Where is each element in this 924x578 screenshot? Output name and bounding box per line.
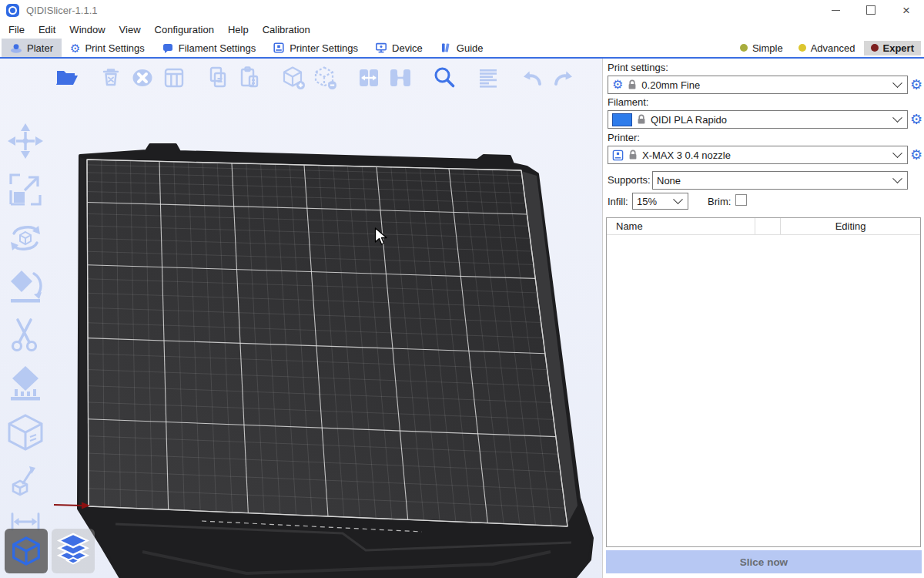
infill-value: 15% (637, 196, 670, 207)
split-to-objects-icon[interactable] (356, 65, 382, 91)
brim-checkbox[interactable] (735, 194, 747, 206)
add-instance-icon[interactable] (280, 65, 306, 91)
expert-dot-icon (871, 44, 879, 52)
object-list-table[interactable]: Name Editing (606, 217, 921, 547)
lock-icon (628, 150, 638, 160)
rotate-icon[interactable] (4, 217, 47, 259)
minimize-icon (832, 10, 840, 11)
delete-icon[interactable] (98, 65, 124, 91)
mouse-cursor (374, 227, 388, 246)
printer-value: X-MAX 3 0.4 nozzle (642, 150, 889, 161)
menu-view[interactable]: View (112, 24, 148, 35)
mode-expert[interactable]: Expert (864, 41, 921, 55)
mode-simple[interactable]: Simple (733, 41, 790, 55)
filament-value: QIDI PLA Rapido (651, 114, 889, 126)
tab-plater[interactable]: Plater (2, 39, 62, 57)
filament-label: Filament: (608, 96, 648, 108)
tab-print-settings[interactable]: ⚙ Print Settings (62, 39, 153, 57)
delete-all-icon[interactable] (129, 65, 156, 91)
object-manipulation-toolbar (4, 120, 47, 535)
title-bar: QIDISlicer-1.1.1 × (0, 0, 924, 20)
device-icon (375, 42, 387, 54)
menu-calibration[interactable]: Calibration (256, 24, 317, 35)
undo-icon[interactable] (519, 65, 545, 91)
move-icon[interactable] (4, 120, 47, 162)
print-settings-gear-button[interactable]: ⚙ (910, 78, 922, 92)
3d-viewport[interactable] (0, 59, 603, 578)
tab-print-settings-label: Print Settings (85, 42, 144, 54)
menu-configuration[interactable]: Configuration (148, 24, 221, 35)
infill-combo[interactable]: 15% (632, 193, 688, 210)
column-name: Name (607, 218, 755, 234)
redo-icon[interactable] (551, 65, 577, 91)
cut-icon[interactable] (4, 314, 47, 356)
split-to-parts-icon[interactable] (387, 65, 413, 91)
infill-label: Infill: (608, 196, 628, 207)
filament-color-swatch (612, 113, 632, 126)
chevron-down-icon (673, 194, 683, 204)
settings-panel: Print settings: ⚙ 0.20mm Fine ⚙ Filament… (603, 59, 923, 578)
open-icon[interactable] (54, 65, 80, 91)
column-extruder (755, 218, 781, 234)
scale-icon[interactable] (4, 169, 47, 210)
tab-plater-label: Plater (27, 42, 53, 54)
menu-window[interactable]: Window (62, 24, 112, 35)
place-on-face-icon[interactable] (4, 266, 47, 307)
svg-icon[interactable] (4, 460, 47, 502)
remove-instance-icon[interactable] (312, 65, 338, 91)
chevron-down-icon (892, 148, 902, 158)
menu-help[interactable]: Help (221, 24, 256, 35)
printer-combo[interactable]: X-MAX 3 0.4 nozzle (608, 146, 908, 164)
guide-icon (440, 42, 452, 54)
advanced-dot-icon (798, 44, 806, 52)
filament-combo[interactable]: QIDI PLA Rapido (608, 110, 908, 129)
emboss-text-icon[interactable] (4, 412, 47, 453)
lock-icon (628, 79, 637, 90)
column-editing: Editing (781, 220, 920, 232)
minimize-button[interactable] (818, 0, 853, 20)
app-logo-icon (6, 4, 19, 17)
chevron-down-icon (892, 173, 902, 183)
paint-supports-icon[interactable] (4, 363, 47, 405)
print-bed (0, 59, 603, 578)
printer-icon (273, 42, 285, 54)
mode-advanced-label: Advanced (811, 42, 855, 54)
tab-device[interactable]: Device (367, 39, 431, 57)
tab-printer-settings[interactable]: Printer Settings (264, 39, 367, 57)
editor-3d-view-icon (9, 534, 43, 568)
filament-gear-button[interactable]: ⚙ (910, 113, 922, 126)
mode-simple-label: Simple (752, 42, 783, 54)
slice-now-label: Slice now (740, 556, 788, 568)
view-mode-toggles (5, 529, 95, 573)
tab-guide[interactable]: Guide (431, 39, 492, 57)
window-title: QIDISlicer-1.1.1 (26, 5, 97, 16)
search-icon[interactable] (431, 65, 457, 91)
preview-icon (53, 531, 93, 571)
menu-file[interactable]: File (2, 24, 32, 35)
printer-gear-button[interactable]: ⚙ (910, 148, 922, 162)
printer-label: Printer: (608, 132, 640, 143)
close-button[interactable]: × (889, 0, 924, 20)
supports-value: None (657, 175, 889, 187)
editor-3d-view-button[interactable] (5, 529, 48, 573)
print-settings-combo[interactable]: ⚙ 0.20mm Fine (608, 76, 908, 94)
arrange-icon[interactable] (161, 65, 187, 91)
supports-combo[interactable]: None (652, 171, 908, 190)
plater-toolbar (54, 65, 577, 91)
mode-switcher: Simple Advanced Expert (733, 39, 924, 57)
preview-button[interactable] (52, 529, 95, 573)
brim-label: Brim: (708, 196, 731, 207)
simple-dot-icon (740, 44, 748, 52)
mode-advanced[interactable]: Advanced (792, 41, 862, 55)
tab-filament-settings[interactable]: Filament Settings (153, 39, 264, 57)
copy-icon[interactable] (205, 65, 231, 91)
tab-device-label: Device (392, 42, 423, 54)
slice-now-button[interactable]: Slice now (606, 550, 922, 573)
menu-edit[interactable]: Edit (32, 24, 62, 35)
window-controls: × (818, 0, 924, 20)
variable-layer-height-icon[interactable] (475, 65, 501, 91)
maximize-button[interactable] (853, 0, 889, 20)
preset-gear-icon: ⚙ (612, 79, 623, 91)
tab-bar: Plater ⚙ Print Settings Filament Setting… (0, 39, 924, 59)
paste-icon[interactable] (236, 65, 263, 91)
